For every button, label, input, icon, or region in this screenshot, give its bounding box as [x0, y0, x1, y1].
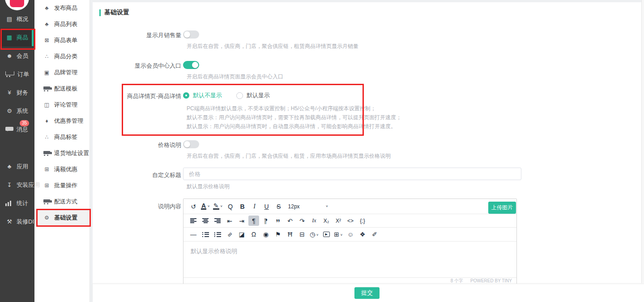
italic-icon[interactable]: I — [249, 201, 260, 211]
sidebar-item-install-apps[interactable]: ↧ 安装应用 — [0, 176, 34, 194]
sidebar-item-system[interactable]: ⚙ 系统 — [0, 102, 34, 120]
submenu-item-delivery-method[interactable]: 配送方式 — [34, 194, 90, 210]
search-icon[interactable]: Q — [225, 201, 236, 211]
member-center-toggle[interactable] — [183, 61, 199, 69]
radio-default-hidden[interactable]: 默认不显示 — [183, 91, 222, 99]
upload-image-button[interactable]: 上传图片 — [488, 202, 516, 214]
sidebar-item-apps[interactable]: ♣ 应用 — [0, 157, 34, 176]
submenu-item-publish-goods[interactable]: ♣ 发布商品 — [34, 0, 90, 16]
scrollbar[interactable] — [641, 0, 644, 283]
page-title-text: 基础设置 — [104, 9, 129, 17]
media-icon[interactable]: ▶ — [321, 229, 332, 240]
submenu-item-brand-manage[interactable]: ▣ 品牌管理 — [34, 65, 90, 81]
code-sample-icon[interactable]: {;} — [357, 216, 368, 226]
submenu-item-goods-category[interactable]: ∴ 商品分类 — [34, 48, 90, 65]
strikethrough-icon[interactable]: S — [273, 201, 284, 211]
file-excel-icon: ⊠ — [43, 37, 50, 43]
code-icon: <> — [347, 218, 354, 224]
align-right-icon[interactable] — [212, 216, 223, 226]
underline-icon: U — [264, 203, 269, 210]
columns-icon: ◫ — [43, 102, 50, 108]
horizontal-rule-icon[interactable]: — — [188, 229, 199, 240]
ltr-icon[interactable]: ¶ — [248, 216, 259, 226]
link-icon[interactable]: ∞ — [224, 229, 235, 240]
radio-default-shown[interactable]: 默认显示 — [236, 91, 270, 99]
special-char-icon[interactable]: Ω — [248, 229, 259, 240]
bold-icon[interactable]: B — [237, 201, 248, 211]
undo-icon: ↶ — [287, 217, 293, 224]
outdent-icon[interactable]: ⇤ — [224, 216, 235, 226]
image-icon[interactable]: ◪ — [236, 229, 247, 240]
comment-icon — [5, 127, 13, 131]
sidebar-item-finance[interactable]: ¥ 财务 — [0, 83, 34, 102]
code-icon[interactable]: <> — [345, 216, 356, 226]
table-icon[interactable]: ⊞∨ — [333, 229, 344, 240]
numbered-list-icon[interactable] — [212, 229, 223, 240]
superscript-icon[interactable]: X² — [333, 216, 344, 226]
submenu-item-delivery-template[interactable]: 配送模板 — [34, 81, 90, 97]
radio-selected-icon — [183, 92, 189, 99]
sidebar-item-statistics[interactable]: 统计 — [0, 194, 34, 212]
submenu-item-goods-form[interactable]: ⊠ 商品表单 — [34, 32, 90, 48]
undo-icon[interactable]: ↶ — [285, 216, 295, 226]
submit-button[interactable]: 提交 — [354, 287, 380, 299]
rtl-icon: ¶ — [264, 217, 268, 224]
logo-mark — [10, 0, 24, 7]
goods-detail-radio-group: 默认不显示 默认显示 — [183, 91, 270, 99]
content-label: 说明内容 — [105, 203, 181, 211]
page-break-icon: Ħ — [288, 231, 292, 238]
insert-time-icon[interactable]: ◷∨ — [309, 229, 320, 240]
bookmark-icon: ⚑ — [275, 231, 281, 238]
submenu-item-goods-list[interactable]: ♣ 商品列表 — [34, 16, 90, 32]
media-icon: ▶ — [323, 232, 330, 237]
sidebar-item-members[interactable]: ☻ 会员 — [0, 47, 34, 65]
submenu-item-batch-operation[interactable]: ⊞ 批量操作 — [34, 177, 90, 194]
print-icon: ⊟ — [299, 231, 305, 238]
font-size-select[interactable]: 12px∨ — [286, 201, 329, 211]
price-desc-hint: 开启后在自营，供应商，门店，聚合供应链，租赁，应用市场商品详情页显示价格说明 — [187, 152, 391, 160]
chevron-down-icon: ∨ — [340, 233, 343, 236]
bullet-list-icon[interactable] — [200, 229, 211, 240]
table-icon: ⊞ — [334, 231, 339, 238]
truck-icon — [43, 199, 50, 203]
submenu-item-return-address[interactable]: 退货地址设置 — [34, 145, 90, 161]
page-break-icon[interactable]: Ħ — [285, 229, 295, 240]
price-desc-toggle[interactable] — [183, 140, 199, 148]
sidebar-item-orders[interactable]: 订单 — [0, 65, 34, 83]
text-color-icon[interactable]: A∨ — [200, 201, 211, 211]
submenu-item-goods-tags[interactable]: ∴ 商品标签 — [34, 129, 90, 145]
align-center-icon[interactable] — [200, 216, 211, 226]
rtl-icon[interactable]: ¶ — [260, 216, 271, 226]
clear-format-icon[interactable]: Ix — [309, 216, 320, 226]
search-icon: Q — [228, 203, 233, 210]
sidebar-item-goods[interactable]: ▦ 商品 — [0, 28, 34, 47]
submenu-item-comment-manage[interactable]: ◫ 评论管理 — [34, 97, 90, 113]
highlight-color-icon[interactable]: ✎∨ — [212, 201, 224, 211]
preview-icon[interactable]: ◉ — [260, 229, 271, 240]
ltr-icon: ¶ — [252, 217, 256, 224]
sidebar-item-decorate-diy[interactable]: ⚒ 装修DIY — [0, 212, 34, 231]
bookmark-icon[interactable]: ⚑ — [273, 229, 283, 240]
editor-content-area[interactable]: 默认显示价格说明 — [183, 242, 516, 277]
custom-title-input[interactable] — [183, 168, 521, 180]
submenu-item-full-discount[interactable]: ⊞ 满额优惠 — [34, 161, 90, 177]
submenu-item-coupon-manage[interactable]: ♦ 优惠券管理 — [34, 113, 90, 129]
submenu-item-basic-settings[interactable]: ⚙ 基础设置 — [34, 210, 90, 226]
format-painter-icon[interactable]: ✐ — [369, 229, 380, 240]
underline-icon[interactable]: U — [261, 201, 272, 211]
fullscreen-icon[interactable]: ❖ — [357, 229, 368, 240]
print-icon[interactable]: ⊟ — [297, 229, 307, 240]
redo-icon[interactable]: ↷ — [297, 216, 307, 226]
sidebar-item-overview[interactable]: ▤ 概况 — [0, 10, 34, 28]
editor-toolbar-row-1: ↺A∨✎∨QBIUS12px∨ — [183, 199, 516, 214]
emoticons-icon[interactable]: ☺ — [345, 229, 356, 240]
gears-icon: ⚙ — [5, 108, 13, 114]
blockquote-icon[interactable]: ” — [273, 216, 283, 226]
indent-icon[interactable]: ⇥ — [236, 216, 247, 226]
sidebar-item-messages[interactable]: 消息 35 — [0, 120, 34, 138]
align-left-icon[interactable] — [188, 216, 199, 226]
subscript-icon[interactable]: X₂ — [321, 216, 332, 226]
editor-status-bar: 8 个字 POWERED BY TINY — [183, 277, 516, 284]
history-icon[interactable]: ↺ — [188, 201, 199, 211]
monthly-sales-toggle[interactable] — [183, 30, 199, 39]
